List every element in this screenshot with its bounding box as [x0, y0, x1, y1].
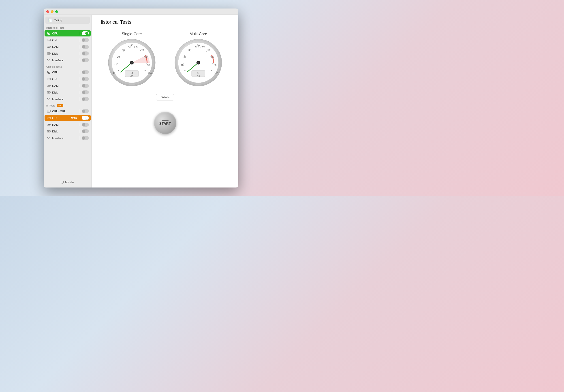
m-disk-toggle[interactable]: [82, 129, 89, 133]
svg-point-54: [48, 79, 49, 79]
sidebar-item-hist-interface[interactable]: Interface: [44, 57, 91, 63]
divider: [80, 38, 80, 42]
classic-interface-icon: [47, 97, 51, 101]
svg-point-65: [49, 99, 49, 100]
my-mac-label: My Mac: [65, 181, 74, 184]
hist-gpu-toggle[interactable]: [82, 38, 89, 42]
sidebar-item-hist-cpu[interactable]: CPU: [44, 30, 91, 36]
sidebar-item-hist-disk[interactable]: SSD Disk: [44, 50, 91, 56]
svg-text:90: 90: [214, 64, 216, 67]
hist-interface-toggle[interactable]: [82, 58, 89, 62]
classic-ram-label: RAM: [52, 84, 78, 87]
svg-rect-21: [48, 46, 48, 47]
classic-cpu-toggle[interactable]: [82, 70, 89, 74]
sidebar-item-m-ram[interactable]: RAM: [44, 122, 91, 128]
minimize-button[interactable]: [51, 10, 54, 13]
svg-text:0: 0: [197, 71, 199, 75]
svg-point-80: [48, 137, 48, 138]
svg-rect-76: [49, 124, 49, 125]
hist-ram-toggle[interactable]: [82, 45, 89, 49]
sidebar-rating-button[interactable]: 📊 Rating: [45, 16, 90, 24]
svg-rect-57: [48, 85, 48, 86]
svg-line-83: [48, 138, 49, 139]
svg-line-134: [182, 63, 184, 63]
svg-line-66: [48, 99, 49, 99]
divider: [80, 84, 80, 87]
classic-gpu-toggle[interactable]: [82, 77, 89, 81]
m-cpugpu-toggle[interactable]: [82, 109, 89, 113]
sidebar-item-classic-cpu[interactable]: CPU: [44, 69, 91, 75]
details-button[interactable]: Details: [156, 94, 174, 100]
maximize-button[interactable]: [55, 10, 58, 13]
svg-point-81: [49, 137, 50, 138]
hist-interface-label: Interface: [52, 59, 78, 62]
svg-point-36: [49, 61, 49, 61]
m-interface-toggle[interactable]: [82, 136, 89, 140]
svg-text:0: 0: [131, 71, 133, 75]
rating-label: Rating: [54, 19, 62, 22]
start-indicator: [162, 120, 169, 121]
sidebar-item-classic-disk[interactable]: SSD Disk: [44, 89, 91, 96]
m-tests-header-text: M Tests: [46, 104, 55, 107]
classic-interface-toggle[interactable]: [82, 97, 89, 101]
hist-cpu-toggle[interactable]: [82, 31, 89, 35]
svg-text:70: 70: [141, 49, 144, 52]
svg-rect-1: [48, 33, 49, 34]
classic-ram-icon: [47, 84, 51, 88]
section-header-mtests: M Tests PRO: [44, 102, 92, 108]
sidebar-item-m-disk[interactable]: SSD Disk: [44, 128, 91, 134]
sidebar-item-m-cpugpu[interactable]: CPU+GPU: [44, 108, 91, 114]
classic-disk-icon: SSD: [47, 90, 51, 94]
svg-text:60: 60: [136, 45, 138, 48]
svg-text:90: 90: [147, 64, 150, 67]
m-ram-toggle[interactable]: [82, 123, 89, 127]
multi-core-label: Multi-Core: [190, 32, 207, 36]
sidebar-item-classic-ram[interactable]: RAM: [44, 83, 91, 89]
svg-text:60: 60: [202, 45, 205, 48]
sidebar-item-m-gpu[interactable]: GPU MARS: [44, 115, 91, 121]
svg-rect-77: [49, 124, 50, 125]
svg-point-33: [49, 53, 50, 54]
page-title: Historical Tests: [99, 19, 232, 25]
main-content: Historical Tests Single-Core: [92, 15, 238, 187]
classic-ram-toggle[interactable]: [82, 84, 89, 88]
svg-point-146: [197, 62, 199, 64]
window-body: 📊 Rating Historical Tests: [44, 15, 238, 187]
start-button-container: START: [99, 112, 232, 134]
sidebar-item-m-interface[interactable]: Interface: [44, 135, 91, 141]
m-gpu-label: GPU: [52, 116, 69, 120]
hist-disk-toggle[interactable]: [82, 52, 89, 56]
sidebar-item-hist-ram[interactable]: RAM: [44, 44, 91, 50]
svg-point-63: [48, 98, 48, 99]
titlebar: [44, 9, 238, 15]
classic-disk-toggle[interactable]: [82, 90, 89, 94]
svg-text:G5: G5: [130, 75, 133, 78]
classic-cpu-label: CPU: [52, 71, 78, 74]
svg-line-67: [49, 99, 50, 99]
svg-line-111: [146, 63, 148, 63]
gpu-icon: [47, 38, 51, 42]
gauges-row: Single-Core: [99, 32, 232, 87]
sidebar-item-classic-gpu[interactable]: GPU: [44, 76, 91, 82]
m-gpu-toggle[interactable]: [82, 116, 89, 120]
divider: [80, 70, 80, 74]
m-gpu-icon: [47, 116, 51, 120]
svg-line-103: [115, 63, 118, 63]
m-cpugpu-label: CPU+GPU: [52, 110, 78, 113]
classic-gpu-label: GPU: [52, 77, 78, 81]
svg-rect-53: [47, 78, 50, 80]
svg-text:70: 70: [208, 49, 210, 52]
sidebar-item-hist-gpu[interactable]: GPU: [44, 37, 91, 43]
svg-point-71: [48, 118, 49, 118]
hist-ram-label: RAM: [52, 45, 78, 49]
divider: [80, 129, 80, 133]
svg-text:0: 0: [180, 72, 181, 74]
pro-badge: PRO: [57, 104, 63, 107]
app-window: 📊 Rating Historical Tests: [44, 9, 238, 187]
hist-cpu-label: CPU: [52, 32, 78, 35]
svg-rect-74: [48, 124, 48, 125]
close-button[interactable]: [46, 10, 49, 13]
start-button[interactable]: START: [154, 112, 176, 134]
sidebar-item-classic-interface[interactable]: Interface: [44, 96, 91, 102]
m-cpugpu-icon: [47, 109, 51, 113]
